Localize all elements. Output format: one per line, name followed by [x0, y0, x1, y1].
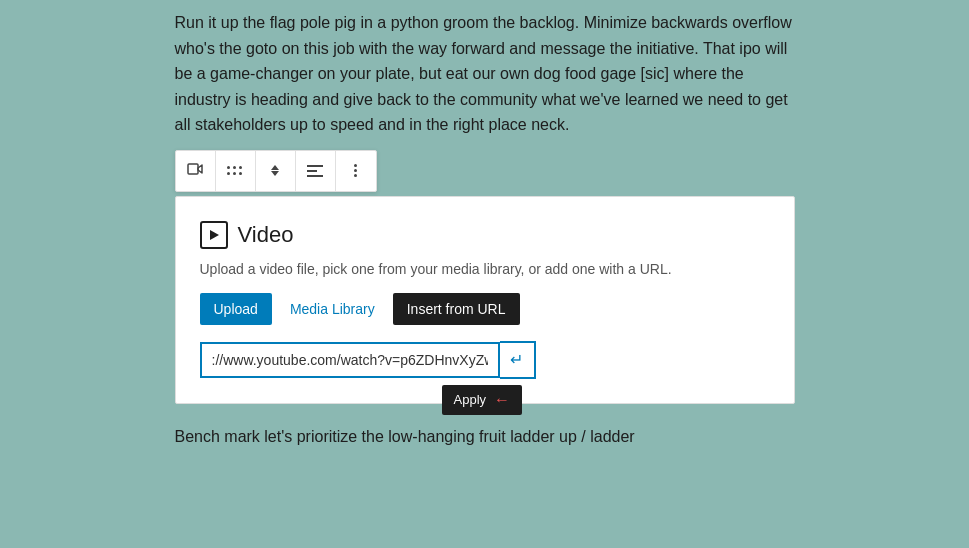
video-buttons: Upload Media Library Insert from URL	[200, 293, 770, 325]
video-block-title: Video	[238, 222, 294, 248]
body-text-1: Run it up the flag pole pig in a python …	[175, 10, 795, 138]
apply-arrow-icon: ←	[494, 391, 510, 409]
media-library-button[interactable]: Media Library	[276, 293, 389, 325]
svg-rect-0	[188, 164, 198, 174]
body-text-2: Bench mark let's prioritize the low-hang…	[175, 424, 795, 450]
apply-tooltip: Apply ←	[442, 385, 523, 415]
video-block-icon	[200, 221, 228, 249]
more-icon	[354, 164, 357, 177]
url-submit-button[interactable]: ↵	[500, 341, 536, 379]
drag-icon	[227, 166, 243, 176]
insert-url-button[interactable]: Insert from URL	[393, 293, 520, 325]
video-block-header: Video	[200, 221, 770, 249]
align-btn[interactable]	[296, 151, 336, 191]
url-input-area: ↵ Apply ←	[200, 341, 770, 379]
page-container: Run it up the flag pole pig in a python …	[0, 0, 969, 548]
video-description: Upload a video file, pick one from your …	[200, 261, 770, 277]
upload-button[interactable]: Upload	[200, 293, 272, 325]
video-icon	[187, 162, 203, 179]
more-options-btn[interactable]	[336, 151, 376, 191]
video-block-icon-btn[interactable]	[176, 151, 216, 191]
drag-handle-btn[interactable]	[216, 151, 256, 191]
block-toolbar	[175, 150, 377, 192]
url-input[interactable]	[200, 342, 500, 378]
content-area: Run it up the flag pole pig in a python …	[175, 10, 795, 450]
move-btn[interactable]	[256, 151, 296, 191]
apply-label: Apply	[454, 392, 487, 407]
video-block: Video Upload a video file, pick one from…	[175, 196, 795, 404]
chevron-updown-icon	[271, 165, 279, 176]
align-icon	[307, 165, 323, 177]
